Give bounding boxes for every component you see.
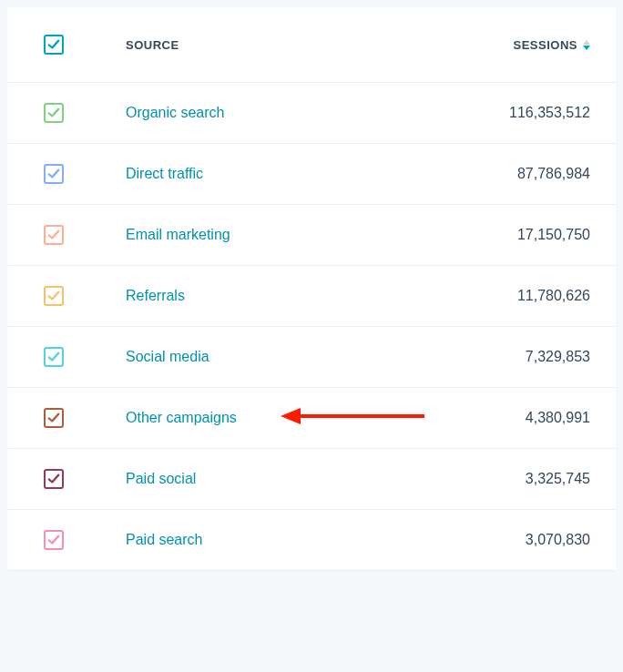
source-link[interactable]: Referrals xyxy=(126,288,185,303)
table-row: Organic search116,353,512 xyxy=(7,83,616,144)
table-row: Paid social3,325,745 xyxy=(7,449,616,510)
source-link[interactable]: Paid search xyxy=(126,532,203,547)
source-link[interactable]: Other campaigns xyxy=(126,410,237,425)
source-link[interactable]: Social media xyxy=(126,349,209,364)
row-checkbox[interactable] xyxy=(44,469,64,489)
sessions-column-header[interactable]: SESSIONS xyxy=(514,38,590,52)
table-row: Email marketing17,150,750 xyxy=(7,205,616,266)
row-checkbox[interactable] xyxy=(44,286,64,306)
sessions-value: 7,329,853 xyxy=(526,349,590,364)
table-header-row: SOURCE SESSIONS xyxy=(7,7,616,83)
sessions-value: 3,325,745 xyxy=(526,471,590,486)
source-link[interactable]: Direct traffic xyxy=(126,166,203,181)
sessions-value: 17,150,750 xyxy=(517,227,590,242)
table-row: Paid search3,070,830 xyxy=(7,510,616,571)
table-row: Other campaigns4,380,991 xyxy=(7,388,616,449)
traffic-sources-table: SOURCE SESSIONS Organic search116,353,51… xyxy=(7,7,616,571)
sessions-value: 116,353,512 xyxy=(509,105,590,120)
sessions-header-label: SESSIONS xyxy=(514,38,577,52)
select-all-checkbox[interactable] xyxy=(44,35,64,55)
row-checkbox[interactable] xyxy=(44,225,64,245)
table-row: Direct traffic87,786,984 xyxy=(7,144,616,205)
row-checkbox[interactable] xyxy=(44,103,64,123)
row-checkbox[interactable] xyxy=(44,347,64,367)
source-link[interactable]: Email marketing xyxy=(126,227,230,242)
sessions-value: 3,070,830 xyxy=(526,532,590,547)
sessions-value: 87,786,984 xyxy=(517,166,590,181)
table-row: Social media7,329,853 xyxy=(7,327,616,388)
sessions-value: 11,780,626 xyxy=(517,288,590,303)
row-checkbox[interactable] xyxy=(44,408,64,428)
source-link[interactable]: Organic search xyxy=(126,105,225,120)
source-link[interactable]: Paid social xyxy=(126,471,196,486)
sort-indicator-icon xyxy=(583,40,590,50)
sessions-value: 4,380,991 xyxy=(526,410,590,425)
table-row: Referrals11,780,626 xyxy=(7,266,616,327)
row-checkbox[interactable] xyxy=(44,530,64,550)
row-checkbox[interactable] xyxy=(44,164,64,184)
source-column-header[interactable]: SOURCE xyxy=(126,38,179,52)
